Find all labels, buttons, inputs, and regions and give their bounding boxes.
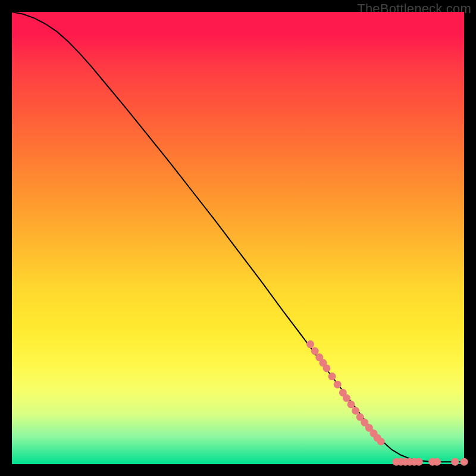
curve-line xyxy=(12,12,464,462)
data-point xyxy=(377,438,385,446)
data-point xyxy=(347,400,355,408)
data-point xyxy=(323,364,331,372)
curve-svg xyxy=(12,12,464,464)
data-point xyxy=(306,340,314,348)
data-point xyxy=(328,372,336,380)
data-point xyxy=(343,394,350,402)
gradient-plot-area xyxy=(12,12,464,464)
data-point xyxy=(352,407,359,415)
chart-stage: TheBottleneck.com xyxy=(0,0,476,476)
data-point xyxy=(461,458,468,466)
data-point xyxy=(415,458,423,466)
data-point xyxy=(451,458,459,466)
data-point xyxy=(334,381,342,389)
data-point xyxy=(311,347,319,355)
highlight-points xyxy=(306,340,468,466)
data-point xyxy=(433,458,441,466)
